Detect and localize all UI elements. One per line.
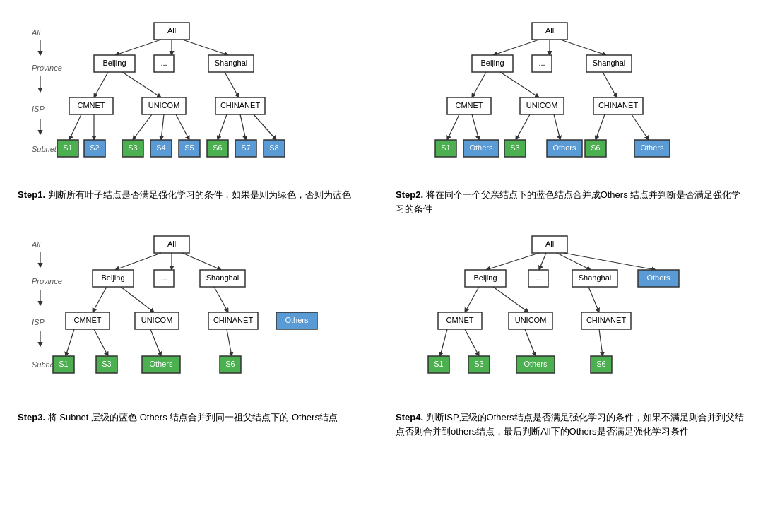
step2-label: Step2. 将在同个一个父亲结点下的蓝色结点合并成Others 结点并判断是否… — [392, 188, 749, 215]
svg-text:CHINANET: CHINANET — [213, 316, 253, 324]
svg-line-75 — [150, 329, 161, 356]
svg-line-21 — [240, 114, 246, 140]
svg-text:S6: S6 — [591, 143, 600, 152]
svg-text:All: All — [545, 26, 553, 35]
svg-text:Beijing: Beijing — [102, 59, 126, 67]
svg-text:S6: S6 — [225, 360, 235, 368]
svg-text:Beijing: Beijing — [480, 59, 504, 67]
svg-text:S4: S4 — [156, 143, 165, 152]
svg-line-20 — [218, 114, 227, 140]
svg-text:Beijing: Beijing — [101, 273, 124, 282]
svg-text:UNICOM: UNICOM — [514, 316, 546, 324]
svg-text:Others: Others — [640, 143, 664, 152]
svg-text:CHINANET: CHINANET — [220, 101, 260, 110]
step4-svg: All Beijing ... Shanghai Others CMNET — [408, 226, 733, 406]
step2-section: All Beijing ... Shanghai CMNET UNICOM CH… — [382, 7, 759, 219]
step1-section: All Province ISP Subnet All Beijing ... … — [4, 7, 382, 219]
svg-line-45 — [472, 114, 479, 140]
step3-section: All Province ISP Subnet All Beijing ... … — [4, 219, 382, 442]
svg-line-76 — [227, 329, 232, 356]
svg-line-91 — [493, 287, 528, 312]
label-isp-3: ISP — [32, 318, 45, 326]
svg-text:...: ... — [535, 273, 541, 282]
svg-line-68 — [214, 287, 228, 312]
svg-text:S1: S1 — [59, 360, 68, 368]
svg-text:Others: Others — [285, 316, 309, 324]
svg-text:Others: Others — [524, 360, 548, 368]
step3-label: Step3. 将 Subnet 层级的蓝色 Others 结点合并到同一祖父结点… — [14, 410, 371, 425]
svg-line-39 — [500, 72, 539, 97]
svg-text:S1: S1 — [63, 143, 72, 152]
svg-text:S3: S3 — [510, 143, 519, 152]
svg-text:S5: S5 — [184, 143, 194, 152]
svg-text:...: ... — [160, 273, 167, 282]
label-all-3: All — [31, 240, 41, 249]
svg-text:UNICOM: UNICOM — [526, 101, 557, 110]
step4-section: All Beijing ... Shanghai Others CMNET — [382, 219, 759, 442]
svg-line-74 — [94, 329, 108, 356]
label-province-3: Province — [32, 277, 62, 285]
svg-text:S7: S7 — [241, 143, 250, 152]
svg-line-32 — [493, 40, 539, 55]
svg-line-47 — [554, 114, 560, 140]
svg-line-34 — [560, 40, 606, 55]
svg-text:...: ... — [538, 59, 545, 67]
svg-text:S2: S2 — [90, 143, 99, 152]
step2-svg: All Beijing ... Shanghai CMNET UNICOM CH… — [408, 14, 733, 184]
svg-line-15 — [69, 114, 81, 140]
svg-line-38 — [472, 72, 486, 97]
step1-label: Step1. 判断所有叶子结点是否满足强化学习的条件，如果是则为绿色，否则为蓝色 — [14, 188, 371, 202]
svg-text:Shanghai: Shanghai — [592, 59, 625, 67]
svg-line-85 — [564, 253, 656, 270]
svg-text:Others: Others — [552, 143, 576, 152]
svg-line-40 — [603, 72, 617, 97]
label-province-1: Province — [32, 64, 62, 72]
svg-line-46 — [516, 114, 530, 140]
step4-label: Step4. 判断ISP层级的Others结点是否满足强化学习的条件，如果不满足… — [392, 410, 749, 438]
svg-line-62 — [182, 253, 221, 270]
svg-line-11 — [225, 72, 239, 97]
svg-text:...: ... — [160, 59, 167, 67]
label-isp-1: ISP — [32, 105, 45, 113]
svg-text:S1: S1 — [441, 143, 450, 152]
svg-text:S6: S6 — [213, 143, 222, 152]
svg-text:All: All — [545, 240, 553, 248]
svg-line-99 — [599, 329, 603, 356]
svg-line-48 — [596, 114, 605, 140]
svg-text:S3: S3 — [128, 143, 137, 152]
svg-line-18 — [161, 114, 164, 140]
svg-line-97 — [465, 329, 479, 356]
svg-text:S8: S8 — [269, 143, 278, 152]
svg-line-96 — [440, 329, 447, 356]
svg-line-98 — [525, 329, 536, 356]
svg-line-67 — [121, 287, 154, 312]
svg-line-73 — [66, 329, 74, 356]
svg-text:Shanghai: Shanghai — [578, 273, 611, 282]
svg-text:CHINANET: CHINANET — [598, 101, 638, 110]
svg-line-10 — [122, 72, 161, 97]
svg-line-3 — [115, 40, 161, 55]
svg-text:All: All — [167, 240, 175, 248]
svg-text:Shanghai: Shanghai — [206, 273, 239, 282]
svg-line-9 — [94, 72, 108, 97]
node-all-1-text: All — [167, 26, 175, 35]
svg-line-92 — [588, 287, 599, 312]
svg-text:Others: Others — [149, 360, 173, 368]
svg-text:Beijing: Beijing — [473, 273, 497, 282]
svg-text:CMNET: CMNET — [73, 316, 101, 324]
svg-text:Others: Others — [646, 273, 670, 282]
step1-svg: All Province ISP Subnet All Beijing ... … — [30, 14, 355, 184]
step3-svg: All Province ISP Subnet All Beijing ... … — [30, 226, 355, 406]
svg-line-82 — [486, 253, 539, 270]
svg-line-5 — [182, 40, 228, 55]
svg-line-22 — [254, 114, 276, 140]
svg-text:S3: S3 — [102, 360, 111, 368]
label-subnet-1: Subnet — [32, 145, 57, 153]
svg-text:S6: S6 — [596, 360, 605, 368]
svg-text:S3: S3 — [474, 360, 483, 368]
svg-text:CMNET: CMNET — [77, 101, 105, 110]
svg-line-90 — [465, 287, 479, 312]
svg-text:S1: S1 — [434, 360, 443, 368]
svg-line-49 — [632, 114, 649, 140]
label-all-1: All — [31, 28, 41, 37]
